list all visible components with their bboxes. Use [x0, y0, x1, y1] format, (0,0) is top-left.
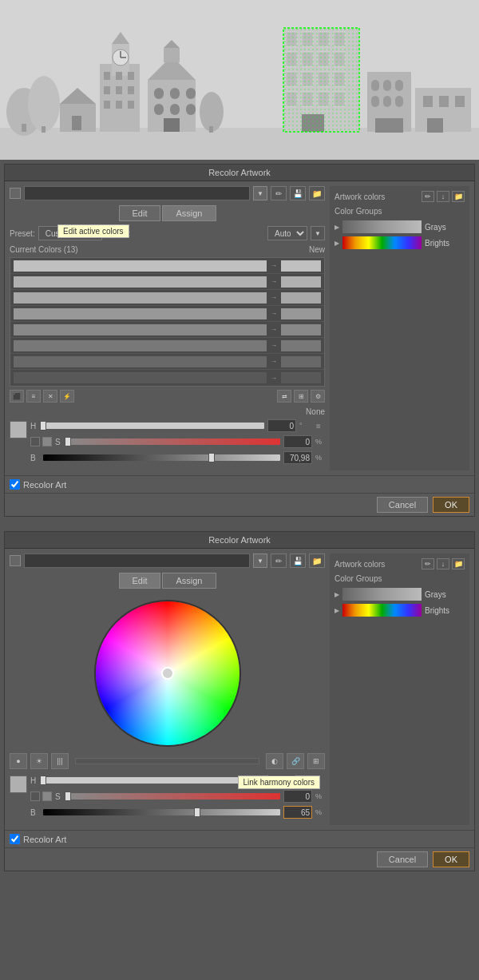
color-square[interactable] [42, 437, 52, 446]
ok-button-1[interactable]: OK [433, 497, 469, 513]
merge-icon[interactable]: ⬛ [10, 390, 24, 403]
grid-icon-2[interactable]: ⊞ [307, 753, 325, 769]
cancel-button-2[interactable]: Cancel [377, 851, 428, 867]
visibility-checkbox[interactable] [10, 188, 21, 199]
assign-tab-2[interactable]: Assign [162, 573, 216, 589]
grays-group-row-2[interactable]: ▶ Grays [335, 588, 465, 601]
rp-folder-icon-2[interactable]: 📁 [452, 558, 465, 569]
grays-group-row[interactable]: ▶ Grays [335, 220, 465, 233]
table-row[interactable]: → [10, 274, 324, 290]
cancel-button-1[interactable]: Cancel [377, 497, 428, 513]
circle-mode-icon[interactable]: ● [10, 753, 27, 769]
table-row[interactable]: → [10, 258, 324, 274]
sat-slider[interactable] [68, 437, 280, 446]
randomize-icon[interactable]: ⚡ [60, 390, 74, 403]
bars-icon[interactable]: ||| [51, 753, 69, 769]
right-panel-1: Artwork colors ✏ ↓ 📁 Color Groups ▶ Gray… [330, 186, 469, 470]
arrows-icon[interactable]: ⇄ [277, 390, 291, 403]
svg-rect-19 [116, 86, 122, 94]
table-row[interactable]: → [10, 322, 324, 338]
rp-save-icon[interactable]: ↓ [437, 191, 449, 202]
auto-arrow[interactable]: ▼ [311, 226, 325, 240]
column-icon[interactable]: ≡ [26, 390, 41, 403]
sat-slider-2[interactable] [68, 792, 280, 801]
bright-slider[interactable] [43, 453, 280, 462]
hue-slider-2[interactable] [43, 776, 264, 785]
folder-icon-2[interactable]: 📁 [309, 553, 325, 568]
visibility-checkbox-2[interactable] [10, 555, 21, 566]
brights-label: Brights [425, 239, 465, 248]
color-wheel-container[interactable] [10, 593, 325, 753]
color-name-input-2[interactable] [24, 553, 250, 568]
brights-group-row-2[interactable]: ▶ Brights [335, 604, 465, 617]
left-panel-1: ▼ ✏ 💾 📁 Edit Assign Edit active colors P… [10, 186, 325, 470]
top-bar-2: ▼ ✏ 💾 📁 [10, 553, 325, 568]
s-value-input-2[interactable] [283, 790, 312, 803]
rp-pencil-icon[interactable]: ✏ [422, 191, 434, 202]
brights-group-row[interactable]: ▶ Brights [335, 236, 465, 249]
current-colors-header: Current Colors (13) New [10, 245, 325, 254]
table-row[interactable]: → [10, 370, 324, 386]
dropdown-arrow[interactable]: ▼ [253, 186, 267, 200]
settings-icon[interactable]: ⚙ [311, 390, 325, 403]
rp-save-icon-2[interactable]: ↓ [437, 558, 449, 569]
b-value-input[interactable] [283, 451, 312, 464]
svg-rect-36 [209, 126, 213, 133]
recolor-art-checkbox[interactable] [10, 479, 20, 490]
b-value-input-2[interactable] [283, 806, 312, 819]
h-label: H [30, 422, 40, 430]
brights-swatch [342, 236, 422, 249]
svg-rect-8 [72, 116, 81, 130]
table-row[interactable]: → [10, 338, 324, 354]
s-value-input[interactable] [283, 435, 312, 448]
grid-icon[interactable]: ⊞ [294, 390, 308, 403]
color-square-2[interactable] [42, 792, 52, 801]
current-color-swatch [14, 356, 267, 367]
ok-button-2[interactable]: OK [433, 851, 469, 867]
color-name-input[interactable] [24, 186, 250, 200]
s-label-2: S [55, 792, 65, 801]
brightness-slider-bar[interactable] [75, 758, 259, 764]
artwork-colors-label-2: Artwork colors [335, 560, 419, 569]
grays-label-2: Grays [425, 590, 465, 599]
folder-icon[interactable]: 📁 [309, 186, 325, 200]
edit-tab-2[interactable]: Edit [119, 573, 161, 589]
grays-swatch-2 [342, 588, 422, 601]
assign-tab[interactable]: Assign [162, 205, 216, 221]
auto-select[interactable]: Auto [267, 226, 307, 240]
grays-label: Grays [425, 223, 465, 232]
table-row[interactable]: → [10, 306, 324, 322]
link-icon[interactable]: 🔗 [287, 753, 304, 769]
svg-rect-70 [427, 118, 443, 133]
rp-folder-icon[interactable]: 📁 [452, 191, 465, 202]
color-wheel[interactable] [96, 601, 240, 745]
svg-rect-29 [170, 88, 180, 99]
pencil-icon[interactable]: ✏ [271, 186, 287, 200]
options-icon[interactable]: ≡ [312, 419, 325, 432]
current-color-swatch [14, 340, 267, 351]
dropdown-arrow-2[interactable]: ▼ [253, 553, 267, 568]
table-row[interactable]: → [10, 290, 324, 306]
save-icon-2[interactable]: 💾 [290, 553, 306, 568]
recolor-art-checkbox-2[interactable] [10, 834, 20, 844]
edit-tab[interactable]: Edit [119, 205, 161, 221]
exclude-icon[interactable]: ✕ [43, 390, 57, 403]
arrow-icon: → [269, 358, 279, 365]
svg-rect-31 [154, 104, 164, 115]
dialog-title-2: Recolor Artwork [5, 532, 474, 549]
eye-checkbox-2[interactable] [30, 792, 40, 801]
h-value-input[interactable] [267, 419, 296, 432]
b-unit-2: % [315, 808, 325, 816]
table-row[interactable]: → [10, 354, 324, 370]
eye-checkbox[interactable] [30, 437, 40, 446]
save-icon[interactable]: 💾 [290, 186, 306, 200]
sun-icon[interactable]: ☀ [30, 753, 48, 769]
s-label: S [55, 438, 65, 446]
hue-slider[interactable] [43, 421, 264, 430]
artwork-canvas [0, 0, 479, 160]
dialog-recolor-2: Recolor Artwork ▼ ✏ 💾 📁 Edit Assign [4, 531, 475, 871]
rp-pencil-icon-2[interactable]: ✏ [422, 558, 434, 569]
bright-slider-2[interactable] [43, 807, 280, 817]
brightness-icon[interactable]: ◐ [266, 753, 283, 769]
pencil-icon-2[interactable]: ✏ [271, 553, 287, 568]
